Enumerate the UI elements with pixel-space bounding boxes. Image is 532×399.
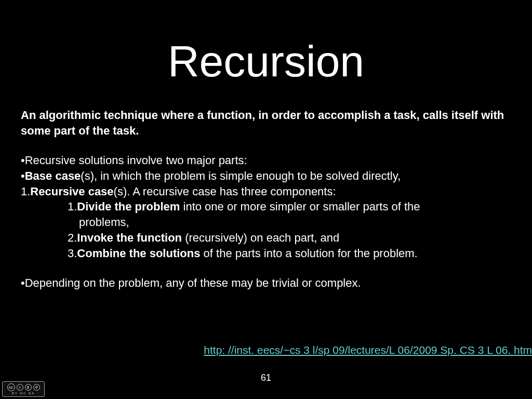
bullet-bold: Base case [25,169,81,182]
slide: Recursion An algorithmic technique where… [0,0,532,399]
cc-license-badge: cc i $ ↺ BY NC SA [2,381,45,397]
bullet-text: of the parts into a solution for the pro… [200,247,417,260]
sub-bullet-item: 3.Combine the solutions of the parts int… [21,246,511,261]
bullet-dot-icon: • [21,169,25,182]
bullet-text: (s), in which the problem is simple enou… [81,169,401,182]
bullet-text: Depending on the problem, any of these m… [25,276,361,289]
bullet-bold: Invoke the function [77,231,182,244]
cc-logo-icon: cc [7,383,15,391]
page-number: 61 [261,373,271,383]
cc-sa-icon: ↺ [33,384,40,391]
bullet-text: (s). A recursive case has three componen… [114,185,336,198]
number-mark: 1. [21,185,30,198]
number-mark: 1. [68,200,77,213]
bullet-dot-icon: • [21,276,25,289]
bullet-dot-icon: • [21,154,25,167]
slide-subtitle: An algorithmic technique where a functio… [21,108,511,138]
bullet-bold: Divide the problem [77,200,180,213]
bullet-item: •Recursive solutions involve two major p… [21,153,511,168]
number-mark: 2. [68,231,77,244]
bullet-text: (recursively) on each part, and [182,231,339,244]
sub-bullet-item: 2.Invoke the function (recursively) on e… [21,230,511,246]
source-link[interactable]: http: //inst. eecs/~cs 3 l/sp 09/lecture… [204,344,532,356]
cc-nc-icon: $ [25,384,32,391]
cc-labels: BY NC SA [12,392,35,395]
bullet-item: •Depending on the problem, any of these … [21,275,511,291]
bullet-bold: Combine the solutions [77,247,200,260]
sub-bullet-item: 1.Divide the problem into one or more si… [21,199,511,215]
bullet-item: 1.Recursive case(s). A recursive case ha… [21,184,511,200]
sub-bullet-continuation: problems, [21,215,511,230]
bullet-text: problems, [79,216,129,229]
bullet-text: Recursive solutions involve two major pa… [25,154,247,167]
bullet-item: •Base case(s), in which the problem is s… [21,168,511,184]
slide-title: Recursion [21,36,511,87]
cc-by-icon: i [17,384,23,391]
bullet-bold: Recursive case [30,185,113,198]
slide-body: •Recursive solutions involve two major p… [21,153,511,291]
cc-icons-row: cc i $ ↺ [7,383,40,391]
number-mark: 3. [68,247,77,260]
bullet-text: into one or more simpler or smaller part… [180,200,420,213]
